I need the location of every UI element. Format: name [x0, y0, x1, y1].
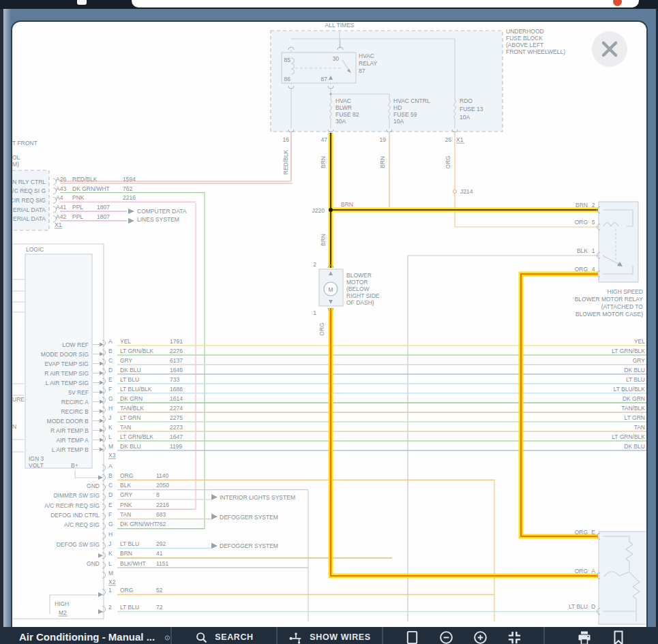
- print-icon[interactable]: [576, 630, 593, 644]
- browser-top-bar: [0, 0, 658, 9]
- show-wires-icon: [288, 630, 303, 644]
- bookmark-icon[interactable]: [610, 630, 627, 644]
- left-panel-strip: [3, 9, 11, 644]
- diagram-title-button[interactable]: Air Conditioning - Manual ...: [0, 627, 170, 644]
- close-button[interactable]: [592, 31, 627, 67]
- output-controls: [543, 627, 658, 644]
- info-icon[interactable]: [164, 630, 170, 644]
- zoom-out-icon[interactable]: [438, 630, 454, 644]
- bottom-toolbar: Air Conditioning - Manual ... SEARCH: [0, 627, 658, 644]
- show-wires-button[interactable]: SHOW WIRES: [276, 627, 382, 644]
- browser-tab-fragment: [77, 0, 87, 5]
- app-window: HOT AT ALL TIMES UNDERHOOD FUSE BLOCK (A…: [0, 0, 658, 644]
- center-diagram-icon[interactable]: [507, 630, 522, 644]
- browser-search-bar[interactable]: [132, 0, 639, 7]
- close-icon: [601, 40, 618, 58]
- search-button[interactable]: SEARCH: [170, 627, 276, 644]
- diagram-title: Air Conditioning - Manual ...: [19, 631, 155, 643]
- zoom-in-icon[interactable]: [473, 630, 488, 644]
- fit-page-icon[interactable]: [404, 630, 420, 644]
- diagram-panel: [11, 20, 648, 644]
- zoom-controls: [382, 627, 543, 644]
- search-icon: [194, 630, 209, 644]
